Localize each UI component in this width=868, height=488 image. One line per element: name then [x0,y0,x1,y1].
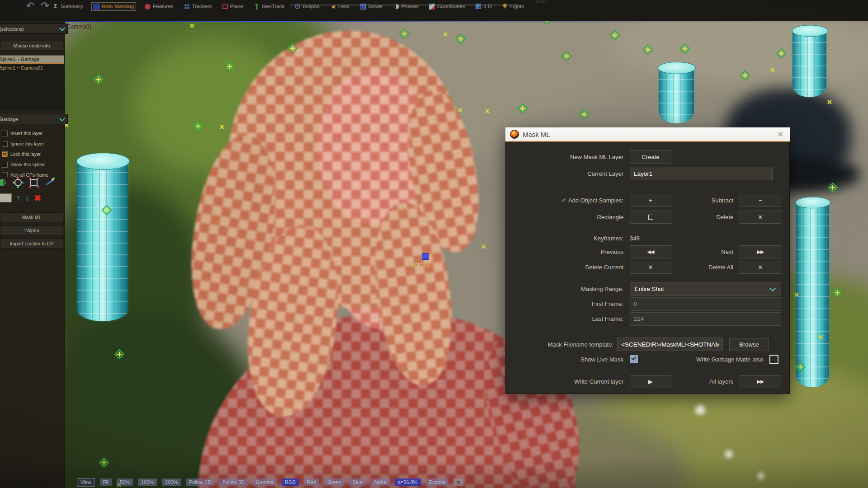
tracker-diamond-marker[interactable] [643,45,652,54]
tracker-diamond-marker[interactable] [562,52,571,61]
mask-ml-button[interactable]: Mask ML [0,212,63,222]
tracker-diamond-marker[interactable] [288,44,297,53]
tab-plane[interactable]: Plane [221,3,245,10]
move-up-button[interactable] [16,193,21,202]
spline-control-point[interactable] [422,253,429,260]
tracker-diamond-marker[interactable] [828,183,837,192]
tracker-cross-marker[interactable]: ✕ [794,291,799,298]
move-down-button[interactable] [25,193,30,202]
layer-type-dropdown[interactable]: Garbage [0,114,68,124]
viewbar-alpha-button[interactable]: Alpha [371,479,390,486]
write-current-button[interactable]: ▶ [630,375,671,388]
write-all-layers-button[interactable]: ▶▶ [740,375,781,388]
tab-trackers[interactable]: Trackers [182,3,214,10]
tracker-diamond-marker[interactable] [456,34,465,43]
tracker-diamond-marker[interactable] [400,29,409,38]
tab-features[interactable]: Features [143,3,175,10]
viewbar-200%-button[interactable]: 200% [162,479,181,486]
tracker-cross-marker[interactable]: ✕ [219,123,225,131]
first-frame-input[interactable] [630,297,781,311]
delete-button[interactable]: ✕ [740,211,781,224]
mouse-mode-info-button[interactable]: Mouse mode info [0,41,63,51]
tracker-diamond-marker[interactable] [94,75,103,84]
cylinder-3d-object[interactable] [659,67,694,123]
viewbar-100%-button[interactable]: 100% [138,479,157,486]
browse-button[interactable]: Browse [729,338,769,351]
create-layer-button[interactable]: Create [630,150,671,164]
tracker-diamond-marker[interactable] [99,458,108,467]
import-tracker-to-cp-button[interactable]: Import Tracker to CP [0,239,63,249]
viewbar-rgb-button[interactable]: RGB [282,479,299,486]
subtract-button[interactable]: − [740,194,781,207]
rectangle-button[interactable] [630,211,671,224]
masking-range-select[interactable]: Entire Shot [630,282,781,296]
cylinder-3d-object[interactable] [796,202,829,387]
tracker-diamond-marker[interactable] [680,44,689,53]
tracker-cross-marker[interactable]: ✕ [443,31,448,38]
layer-checkbox-show-this-spline[interactable]: Show this spline [2,160,45,169]
selection-dropdown[interactable]: (selections) [0,23,68,34]
tracker-cross-marker[interactable]: ✕ [481,243,486,250]
layer-checkbox-lock-this-layer[interactable]: Lock this layer [2,150,41,158]
spline-list-item[interactable]: Spline1 ~ Camera01 [0,64,64,72]
tracker-cross-marker[interactable]: ✕ [458,107,463,114]
viewbar-a=56.8%-button[interactable]: a=56.8% [395,479,421,486]
viewbar-follow-2d-button[interactable]: Follow 2D [186,479,214,486]
circle-spline-tool-icon[interactable] [12,177,24,188]
tracker-cross-marker[interactable]: ✕ [818,333,823,341]
tracker-cross-marker[interactable]: ✕ [485,108,490,115]
dialog-title-bar[interactable]: Mask ML ✕ [505,127,790,142]
ellipse-tool-icon[interactable] [0,177,8,188]
tracker-diamond-marker[interactable] [741,71,750,80]
tracker-diamond-marker[interactable] [102,206,111,215]
close-icon[interactable]: ✕ [776,130,785,139]
mask-template-input[interactable] [617,338,723,351]
delete-all-button[interactable]: ✕ [740,261,781,274]
spline-list[interactable]: Spline1 ~ GarbageSpline1 ~ Camera01 [0,55,64,110]
-alpha-button[interactable]: =Alpha [0,225,63,235]
next-keyframe-button[interactable]: ▶▶ [740,245,781,258]
redo-icon[interactable] [41,0,49,12]
viewbar---button[interactable]: ✕ [453,479,463,486]
layer-checkbox-insert-this-layer[interactable]: Insert this layer [2,129,42,137]
viewbar-50%-button[interactable]: 50% [117,479,133,486]
rect-spline-tool-icon[interactable] [28,177,40,188]
viewbar-fit-button[interactable]: Fit [100,479,112,486]
previous-keyframe-button[interactable]: ◀◀ [630,245,671,258]
tracker-cross-marker[interactable]: ✕ [770,66,775,74]
delete-spline-button[interactable] [34,193,41,203]
tracker-diamond-marker[interactable] [777,49,786,58]
tracker-diamond-marker[interactable] [833,288,842,297]
viewbar-view-button[interactable]: View [77,478,95,487]
tracker-diamond-marker[interactable] [193,122,203,131]
tracker-diamond-marker[interactable] [796,362,805,371]
cylinder-3d-object[interactable] [77,160,128,321]
add-samples-button[interactable]: + [630,194,671,207]
write-garbage-checkbox[interactable] [769,355,778,364]
cylinder-3d-object[interactable] [793,30,826,97]
color-swatch[interactable] [0,193,12,202]
magic-wand-tool-icon[interactable] [44,177,56,188]
tracker-diamond-marker[interactable] [518,104,527,113]
viewbar-follow-3d-button[interactable]: Follow 3D [219,479,248,486]
toolbar-scrollbar[interactable] [289,4,518,6]
tab-summary[interactable]: ΣSummary [51,3,85,10]
show-live-mask-checkbox[interactable] [630,355,638,363]
tracker-cross-marker[interactable]: ✕ [827,99,832,106]
layer-checkbox-ignore-this-layer[interactable]: Ignore this layer [2,140,44,148]
current-layer-input[interactable] [630,167,773,180]
tracker-diamond-marker[interactable] [225,62,234,71]
viewbar-blue-button[interactable]: Blue [349,479,366,486]
viewbar-gamma-button[interactable]: Gamma [253,479,277,486]
delete-current-button[interactable]: ✕ [630,261,671,274]
spline-list-item[interactable]: Spline1 ~ Garbage [0,56,64,64]
undo-icon[interactable] [26,0,34,12]
last-frame-input[interactable] [630,312,781,326]
tracker-diamond-marker[interactable] [115,350,124,359]
viewbar-green-button[interactable]: Green [324,479,344,486]
tab-roto-masking[interactable]: Roto-Masking [91,2,136,11]
viewbar-red-button[interactable]: Red [304,479,319,486]
tracker-cross-marker[interactable]: ✕ [189,22,195,29]
tab-geotrack[interactable]: GeoTrack [252,3,286,10]
viewbar-expose-button[interactable]: Expose [426,479,449,486]
